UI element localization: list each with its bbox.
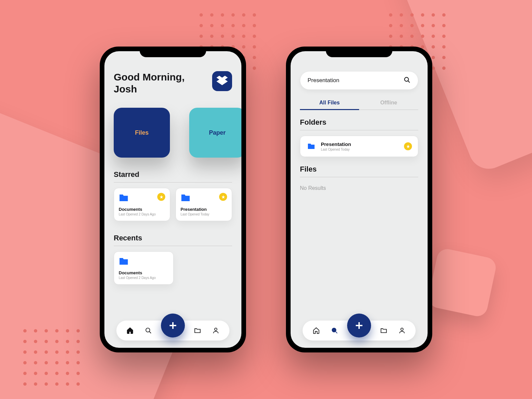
recent-card[interactable]: Documents Last Opened 2 Days Ago (114, 251, 174, 285)
tab-offline[interactable]: Offline (359, 96, 418, 110)
phone-home: Good Morning, Josh Files Paper Starred (100, 47, 246, 352)
starred-card[interactable]: Documents Last Opened 2 Days Ago (114, 188, 170, 221)
card-name: Documents (119, 270, 169, 275)
svg-point-4 (214, 328, 217, 331)
nav-search[interactable] (143, 325, 154, 336)
result-sub: Last Opened Today (321, 148, 399, 151)
card-sub: Last Opened 2 Days Ago (119, 276, 169, 280)
nav-folder[interactable] (378, 325, 389, 336)
star-icon (219, 193, 227, 201)
tab-all-files[interactable]: All Files (300, 96, 359, 110)
bottom-nav (116, 321, 229, 340)
phone-notch (326, 47, 392, 57)
tile-paper-label: Paper (209, 129, 225, 136)
svg-point-7 (332, 328, 336, 332)
bottom-nav (303, 321, 416, 340)
nav-folder[interactable] (192, 325, 203, 336)
nav-profile[interactable] (397, 325, 407, 336)
folder-icon (119, 256, 129, 264)
section-folders-title: Folders (300, 118, 418, 130)
card-sub: Last Opened 2 Days Ago (119, 212, 165, 216)
app-badge[interactable] (212, 71, 232, 91)
card-name: Presentation (181, 207, 227, 212)
folder-icon (181, 193, 191, 201)
section-files-title: Files (300, 165, 418, 177)
search-bar[interactable] (300, 71, 418, 90)
folder-icon (306, 142, 316, 150)
svg-point-5 (405, 77, 409, 81)
dropbox-icon (216, 75, 228, 87)
tile-files-label: Files (135, 129, 149, 136)
section-starred-title: Starred (114, 170, 232, 183)
no-results: No Results (300, 185, 418, 191)
fab-add[interactable] (347, 314, 371, 337)
svg-line-6 (408, 81, 410, 82)
svg-point-0 (146, 328, 150, 332)
search-icon[interactable] (403, 76, 411, 85)
greeting: Good Morning, Josh (114, 71, 185, 95)
nav-search[interactable] (329, 325, 340, 336)
folder-result[interactable]: Presentation Last Opened Today (300, 136, 418, 157)
result-name: Presentation (321, 141, 399, 147)
star-icon (157, 193, 165, 201)
nav-home[interactable] (125, 325, 135, 336)
section-recents-title: Recents (114, 234, 232, 246)
svg-point-11 (401, 328, 403, 331)
phone-search: All Files Offline Folders Presentation L… (286, 47, 432, 352)
greeting-line2: Josh (114, 83, 137, 94)
nav-home[interactable] (311, 325, 322, 336)
fab-add[interactable] (161, 314, 185, 337)
svg-line-1 (149, 332, 151, 333)
card-sub: Last Opened Today (181, 212, 227, 216)
nav-profile[interactable] (210, 325, 221, 336)
tile-files[interactable]: Files (114, 108, 170, 158)
starred-card[interactable]: Presentation Last Opened Today (176, 188, 232, 221)
star-icon (404, 142, 412, 150)
folder-icon (119, 193, 129, 201)
card-name: Documents (119, 207, 165, 212)
phone-notch (140, 47, 206, 57)
tile-paper[interactable]: Paper (189, 108, 241, 158)
search-input[interactable] (308, 77, 403, 84)
svg-line-8 (335, 332, 337, 333)
greeting-line1: Good Morning, (114, 71, 185, 82)
